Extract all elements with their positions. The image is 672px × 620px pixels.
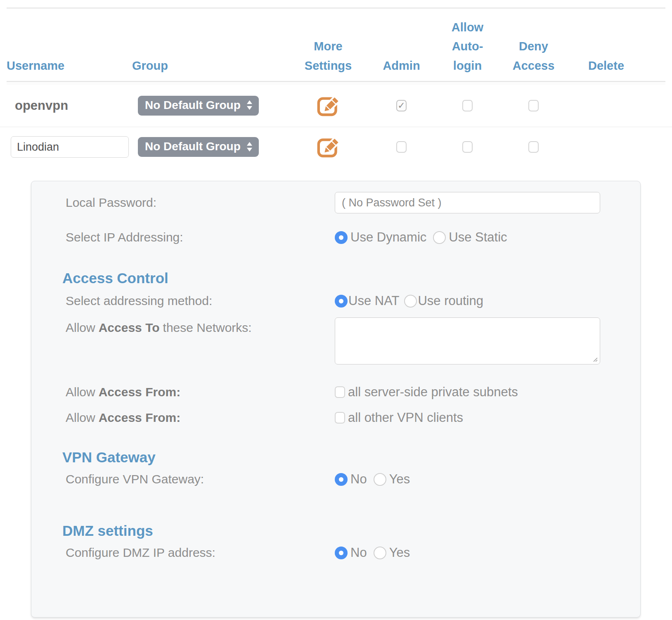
col-header-allow-autologin: Allow Auto-login: [446, 18, 512, 75]
access-from-clients-checkbox[interactable]: [335, 412, 345, 424]
configure-dmz-row: Configure DMZ IP address: No Yes: [31, 545, 640, 560]
configure-dmz-label: Configure DMZ IP address:: [66, 546, 335, 560]
select-arrows-icon: [246, 100, 253, 110]
col-header-delete: Delete: [578, 56, 665, 75]
col-header-username: Username: [7, 56, 132, 75]
admin-checkbox[interactable]: [396, 141, 407, 153]
local-password-label: Local Password:: [66, 196, 335, 210]
vpn-gateway-no-label: No: [350, 472, 367, 487]
dmz-yes-radio[interactable]: [374, 547, 386, 559]
edit-pencil-icon[interactable]: [315, 94, 341, 118]
admin-cell: [380, 100, 446, 111]
edit-pencil-icon[interactable]: [315, 135, 341, 159]
username-cell: [7, 136, 132, 158]
access-control-heading: Access Control: [62, 269, 640, 288]
table-row-new-user: No Default Group: [0, 127, 672, 167]
access-from-clients-row: AllowAccess From: all other VPN clients: [31, 411, 640, 425]
username-label: openvpn: [7, 98, 132, 113]
deny-access-checkbox[interactable]: [528, 141, 539, 153]
use-static-radio[interactable]: [433, 231, 446, 244]
username-input[interactable]: [11, 136, 129, 158]
header-divider: [7, 81, 665, 82]
access-to-networks-textarea[interactable]: [335, 317, 600, 364]
col-header-group: Group: [132, 56, 268, 75]
more-settings-cell: [268, 94, 380, 118]
group-select[interactable]: No Default Group: [138, 96, 259, 116]
access-to-row: AllowAccess Tothese Networks:: [31, 317, 640, 364]
access-from-subnets-option-label: all server-side private subnets: [348, 385, 518, 400]
admin-checkbox[interactable]: [396, 100, 407, 111]
allow-autologin-checkbox[interactable]: [462, 141, 473, 153]
col-header-more-settings: More Settings: [268, 37, 380, 75]
more-settings-cell: [268, 135, 380, 159]
addressing-method-label: Select addressing method:: [66, 294, 335, 308]
ip-addressing-label: Select IP Addressing:: [66, 230, 335, 244]
user-permissions-page: Username Group More Settings Admin Allow…: [0, 0, 672, 620]
use-dynamic-label: Use Dynamic: [350, 230, 426, 245]
local-password-row: Local Password:: [31, 192, 640, 213]
dmz-yes-label: Yes: [389, 545, 410, 560]
access-from-label: AllowAccess From:: [66, 411, 335, 425]
vpn-gateway-heading: VPN Gateway: [62, 448, 640, 467]
autologin-cell: [446, 141, 512, 153]
group-select[interactable]: No Default Group: [138, 137, 259, 157]
deny-access-checkbox[interactable]: [528, 100, 539, 111]
access-to-label: AllowAccess Tothese Networks:: [66, 317, 335, 335]
vpn-gateway-yes-radio[interactable]: [374, 473, 386, 486]
dmz-no-radio[interactable]: [335, 547, 348, 559]
addressing-method-row: Select addressing method: Use NAT Use ro…: [31, 293, 640, 308]
use-routing-radio[interactable]: [404, 295, 417, 308]
use-routing-label: Use routing: [418, 293, 483, 308]
configure-vpn-gateway-label: Configure VPN Gateway:: [66, 472, 335, 486]
group-cell: No Default Group: [132, 137, 268, 157]
vpn-gateway-yes-label: Yes: [389, 472, 410, 487]
users-table-header: Username Group More Settings Admin Allow…: [0, 9, 672, 81]
vpn-gateway-no-radio[interactable]: [335, 473, 348, 486]
user-settings-panel: Local Password: Select IP Addressing: Us…: [31, 181, 641, 618]
use-nat-label: Use NAT: [348, 293, 399, 308]
use-nat-radio[interactable]: [335, 295, 348, 308]
access-from-subnets-checkbox[interactable]: [335, 386, 345, 398]
access-from-clients-option-label: all other VPN clients: [348, 410, 463, 425]
local-password-input[interactable]: [335, 192, 600, 213]
allow-autologin-checkbox[interactable]: [462, 100, 473, 111]
group-select-value: No Default Group: [145, 140, 241, 153]
autologin-cell: [446, 100, 512, 111]
dmz-no-label: No: [350, 545, 367, 560]
dmz-settings-heading: DMZ settings: [62, 521, 640, 540]
resize-grip-icon[interactable]: [592, 356, 598, 362]
deny-access-cell: [512, 141, 578, 153]
col-header-admin: Admin: [380, 56, 446, 75]
use-dynamic-radio[interactable]: [335, 231, 348, 244]
group-select-value: No Default Group: [145, 99, 241, 112]
use-static-label: Use Static: [449, 230, 507, 245]
deny-access-cell: [512, 100, 578, 111]
table-row-openvpn: openvpn No Default Group: [0, 84, 672, 127]
group-cell: No Default Group: [132, 96, 268, 116]
select-arrows-icon: [246, 142, 253, 152]
ip-addressing-row: Select IP Addressing: Use Dynamic Use St…: [31, 230, 640, 245]
admin-cell: [380, 141, 446, 153]
configure-vpn-gateway-row: Configure VPN Gateway: No Yes: [31, 472, 640, 487]
col-header-deny-access: Deny Access: [512, 37, 578, 75]
access-from-label: AllowAccess From:: [66, 385, 335, 399]
access-from-subnets-row: AllowAccess From: all server-side privat…: [31, 385, 640, 399]
